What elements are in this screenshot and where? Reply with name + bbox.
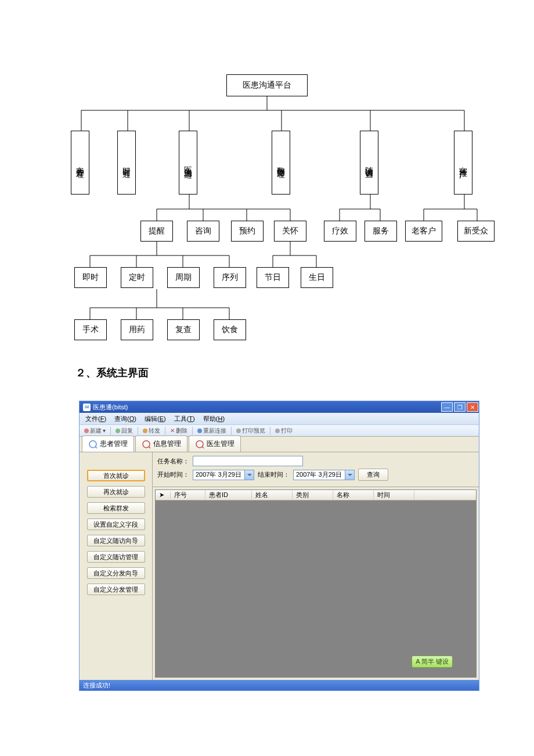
node-yhgt: 医患沟通 (179, 131, 197, 195)
query-button[interactable]: 查询 (358, 469, 388, 481)
node-zixun: 咨询 (187, 221, 219, 242)
node-fucha: 复查 (167, 319, 200, 340)
status-bar: 连接成功! (80, 680, 479, 690)
node-jst: 即时通 (117, 131, 136, 195)
task-name-label: 任务名称： (157, 457, 189, 466)
node-dingshi: 定时 (121, 267, 153, 288)
ime-text: A 简半 键设 (416, 657, 449, 666)
col-name[interactable]: 姓名 (252, 491, 293, 499)
tool-reconnect[interactable]: 重新连接 (195, 426, 229, 435)
org-chart: 医患沟通平台 客户管理 即时通 医患沟通 数据管理 随访调查 宣传推广 提醒 咨… (58, 70, 511, 354)
tool-reply[interactable]: 回复 (113, 426, 135, 435)
node-yinshi: 饮食 (214, 319, 246, 340)
col-title[interactable]: 名称 (333, 491, 374, 499)
node-xctg: 宣传推广 (454, 131, 472, 195)
menu-file[interactable]: 文件(F) (82, 413, 110, 424)
node-laokehu: 老客户 (405, 221, 442, 242)
tab-info-icon (142, 440, 151, 449)
menu-tools[interactable]: 工具(T) (171, 413, 199, 424)
col-category[interactable]: 类别 (293, 491, 333, 499)
tool-printpreview[interactable]: 打印预览 (234, 426, 268, 435)
node-sfdc: 随访调查 (360, 131, 378, 195)
sidebar-return-visit[interactable]: 再次就诊 (87, 486, 145, 498)
tool-delete[interactable]: ✕删除 (168, 426, 190, 435)
task-name-input[interactable] (193, 456, 303, 466)
sidebar-search-send[interactable]: 检索群发 (87, 502, 145, 514)
tool-new[interactable]: 新建 ▾ (82, 426, 108, 435)
section-heading: ２、系统主界面 (75, 366, 149, 380)
node-xulie: 序列 (214, 267, 246, 288)
node-liaoxiao: 疗效 (324, 221, 356, 242)
tab-patient-icon (88, 440, 98, 449)
connector-lines (58, 70, 511, 354)
node-root: 医患沟通平台 (226, 74, 308, 96)
toolbar: 新建 ▾ 回复 转发 ✕删除 重新连接 打印预览 打印 (80, 424, 479, 436)
node-xinshouzhong: 新受众 (457, 221, 495, 242)
filter-panel: 任务名称： 开始时间： 2007年 3月29日 结束时间： 2007年 3月29… (153, 452, 479, 487)
node-jieri: 节日 (257, 267, 289, 288)
maximize-button[interactable]: ❐ (454, 402, 466, 412)
window-title: 医患通(bitst) (93, 403, 128, 412)
menu-query[interactable]: 查询(Q) (111, 413, 140, 424)
node-tixing: 提醒 (140, 221, 173, 242)
sidebar-first-visit[interactable]: 首次就诊 (87, 470, 145, 481)
node-jishi: 即时 (74, 267, 107, 288)
sidebar: 首次就诊 再次就诊 检索群发 设置自定义字段 自定义随访向导 自定义随访管理 自… (80, 452, 153, 680)
tab-doctor-mgmt[interactable]: 医生管理 (189, 435, 241, 452)
row-selector-column: ➤ (156, 491, 171, 499)
sidebar-set-custom-fields[interactable]: 设置自定义字段 (87, 519, 145, 530)
svg-line-41 (149, 447, 150, 448)
col-seq[interactable]: 序号 (171, 491, 205, 499)
menu-help[interactable]: 帮助(H) (200, 413, 228, 424)
tab-info-mgmt[interactable]: 信息管理 (135, 435, 187, 452)
main-panel: 任务名称： 开始时间： 2007年 3月29日 结束时间： 2007年 3月29… (153, 452, 479, 680)
col-patient-id[interactable]: 患者ID (205, 491, 252, 499)
dropdown-arrow-icon (244, 470, 254, 480)
svg-line-39 (95, 447, 97, 448)
sidebar-custom-followup-mgmt[interactable]: 自定义随访管理 (87, 551, 145, 563)
tabbar: 患者管理 信息管理 医生管理 (80, 436, 479, 452)
tab-doctor-icon (195, 440, 204, 449)
node-fuwu: 服务 (365, 221, 397, 242)
end-time-label: 结束时间： (258, 470, 290, 479)
cursor-icon: ➤ (159, 491, 164, 498)
svg-line-43 (202, 447, 204, 448)
node-yuyue: 预约 (231, 221, 264, 242)
app-icon: ✉ (83, 404, 91, 411)
end-time-picker[interactable]: 2007年 3月29日 (293, 470, 355, 480)
sidebar-custom-dispatch-wizard[interactable]: 自定义分发向导 (87, 567, 145, 579)
tool-print[interactable]: 打印 (273, 426, 295, 435)
titlebar: ✉ 医患通(bitst) — ❐ ✕ (80, 401, 479, 413)
tool-forward[interactable]: 转发 (140, 426, 163, 435)
data-grid[interactable]: ➤ 序号 患者ID 姓名 类别 名称 时间 A 简半 键设 (155, 489, 477, 678)
menu-edit[interactable]: 编辑(E) (141, 413, 169, 424)
close-button[interactable]: ✕ (467, 402, 478, 412)
dropdown-arrow-icon (345, 470, 354, 480)
node-shoushu: 手术 (74, 319, 107, 340)
tab-patient-mgmt[interactable]: 患者管理 (82, 435, 134, 452)
minimize-button[interactable]: — (441, 402, 453, 412)
grid-header: ➤ 序号 患者ID 姓名 类别 名称 时间 (156, 490, 476, 501)
node-shengri: 生日 (301, 267, 333, 288)
menubar: 文件(F) 查询(Q) 编辑(E) 工具(T) 帮助(H) (80, 413, 479, 424)
start-time-label: 开始时间： (157, 470, 189, 479)
sidebar-custom-followup-wizard[interactable]: 自定义随访向导 (87, 535, 145, 546)
start-time-picker[interactable]: 2007年 3月29日 (193, 470, 254, 480)
workarea: 首次就诊 再次就诊 检索群发 设置自定义字段 自定义随访向导 自定义随访管理 自… (80, 452, 479, 680)
node-zhouqi: 周期 (167, 267, 200, 288)
node-khgl: 客户管理 (71, 131, 89, 195)
node-yongyao: 用药 (121, 319, 153, 340)
node-sjgl: 数据管理 (272, 131, 290, 195)
ime-indicator[interactable]: A 简半 键设 (412, 656, 453, 668)
app-window: ✉ 医患通(bitst) — ❐ ✕ 文件(F) 查询(Q) 编辑(E) 工具(… (79, 401, 479, 691)
sidebar-custom-dispatch-mgmt[interactable]: 自定义分发管理 (87, 584, 145, 595)
node-guanhuai: 关怀 (274, 221, 306, 242)
col-time[interactable]: 时间 (374, 491, 414, 499)
